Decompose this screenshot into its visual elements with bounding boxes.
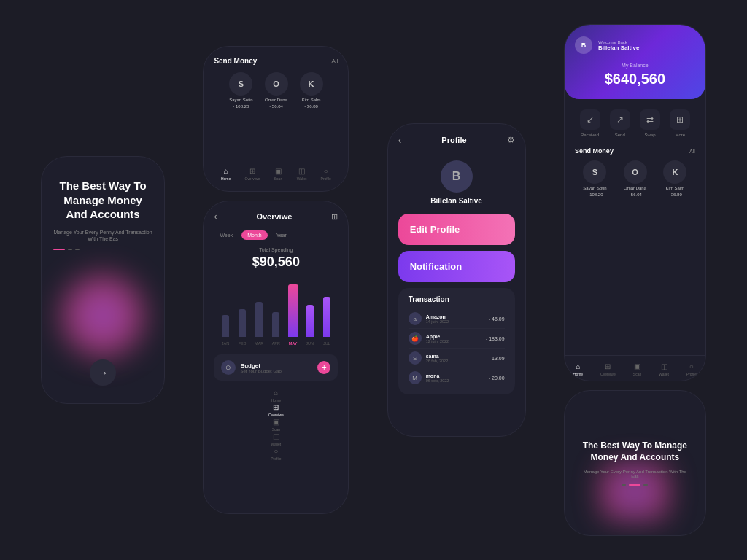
avatar-amount-s: - 108.20 [233, 104, 249, 109]
avatar-amount-o: - 56.04 [269, 104, 283, 109]
nav-scan-label: Scan [633, 372, 641, 376]
avatar-name: Kim Salm [666, 186, 685, 190]
action-received[interactable]: ↙ Received [580, 109, 600, 137]
phone-send-money: Send Money All S Sayan Sotin - 108.20 O … [203, 46, 349, 192]
budget-text-block: Budget Set Your Budget Gaol [240, 362, 282, 373]
filter-icon[interactable]: ⊞ [331, 212, 338, 222]
budget-plus-button[interactable]: + [317, 361, 330, 374]
period-year[interactable]: Year [271, 230, 293, 240]
txn-sama[interactable]: S sama 26 feb, 2022 - 13.09 [409, 349, 505, 368]
avatar: B [441, 160, 473, 192]
overview-title: Overviwe [256, 212, 292, 221]
avatar-k: K [663, 160, 686, 184]
avatar-item[interactable]: K Kim Salm - 36.80 [300, 72, 323, 109]
profile-topbar: ‹ Profile ⚙ [388, 124, 525, 152]
nav-home[interactable]: ⌂ Home [573, 362, 583, 376]
send-label: Send [615, 133, 625, 137]
txn-name: sama [426, 354, 449, 359]
avatar-name-k: Kim Salm [302, 98, 321, 102]
welcome-row: B Welcome Back Billelan Saltive [575, 36, 695, 54]
bar-apr [268, 312, 285, 337]
bottom-nav-overview: ⌂ Home ⊞ Overviwe ▣ Scan ◫ Wallet ○ Pr [214, 388, 338, 461]
nav-profile[interactable]: ○ Profile [686, 362, 697, 376]
nav-scan-label: Scan [274, 176, 282, 181]
bar [222, 315, 229, 337]
avatar-item[interactable]: O Omar Dana - 56.04 [265, 72, 288, 109]
dot-active [629, 484, 640, 486]
txn-left: a Amazon 14 juin, 2022 [409, 312, 449, 325]
txn-apple[interactable]: 🍎 Apple 12 juin, 2022 - 183.09 [409, 329, 505, 349]
txn-mona[interactable]: M mona 06 sep, 2022 - 20.00 [409, 368, 505, 387]
action-send[interactable]: ↗ Send [610, 109, 630, 137]
nav-home[interactable]: ⌂ Home [214, 388, 338, 402]
txn-info: Apple 12 juin, 2022 [426, 334, 449, 343]
nav-overview-label: Overviwe [244, 176, 260, 181]
bar-chart [214, 279, 338, 337]
period-month[interactable]: Month [241, 230, 267, 240]
intro2-subtitle: Manage Your Every Penny And Transaction … [579, 470, 691, 478]
avatar-item[interactable]: S Sayan Sotin - 108.20 [229, 72, 252, 109]
period-week[interactable]: Week [214, 230, 239, 240]
nav-overview[interactable]: ⊞ Overviwe [600, 362, 616, 376]
dash-username: Billelan Saltive [598, 44, 639, 51]
send-header: Send Money All [214, 57, 338, 65]
overview-icon: ⊞ [248, 166, 257, 175]
send-title: Send Money [214, 57, 257, 65]
notification-button[interactable]: Notification [398, 251, 515, 282]
action-swap[interactable]: ⇄ Swap [640, 109, 660, 137]
back-button[interactable]: ‹ [398, 134, 402, 146]
nav-scan[interactable]: ▣ Scan [633, 362, 642, 376]
avatar-amount: - 56.04 [628, 192, 642, 197]
dot-active [53, 249, 65, 250]
bar-feb [234, 309, 251, 337]
nav-profile[interactable]: ○ Profile [321, 166, 331, 181]
avatar-item-k[interactable]: K Kim Salm - 36.80 [663, 160, 686, 197]
welcome-text-block: Welcome Back Billelan Saltive [598, 40, 639, 51]
nav-wallet[interactable]: ◫ Wallet [297, 166, 307, 181]
swap-icon: ⇄ [640, 109, 660, 130]
budget-left: ⊙ Budget Set Your Budget Gaol [221, 360, 282, 375]
arrow-button[interactable]: → [90, 359, 116, 386]
dash-actions: ↙ Received ↗ Send ⇄ Swap ⊞ More [565, 109, 705, 137]
txn-info: sama 26 feb, 2022 [426, 354, 449, 363]
nav-scan[interactable]: ▣ Scan [274, 166, 282, 181]
txn-amazon[interactable]: a Amazon 14 juin, 2022 - 46.09 [409, 309, 505, 329]
phone-intro: The Best Way To Manage Money And Account… [41, 156, 165, 404]
action-more[interactable]: ⊞ More [670, 109, 690, 137]
budget-icon: ⊙ [221, 360, 236, 375]
intro-dots [53, 249, 152, 250]
budget-row[interactable]: ⊙ Budget Set Your Budget Gaol + [214, 354, 338, 381]
nav-profile[interactable]: ○ Profile [214, 446, 338, 461]
phone-overview: ‹ Overviwe ⊞ Week Month Year Total Spend… [203, 201, 349, 514]
nav-scan[interactable]: ▣ Scan [214, 417, 338, 432]
dash-send-avatars: S Sayan Sotin - 108.20 O Omar Dana - 56.… [575, 160, 695, 197]
back-icon[interactable]: ‹ [214, 211, 217, 222]
nav-wallet[interactable]: ◫ Wallet [214, 432, 338, 446]
transaction-section: Transaction a Amazon 14 juin, 2022 - 46.… [398, 288, 515, 394]
gear-icon[interactable]: ⚙ [507, 135, 515, 145]
edit-profile-button[interactable]: Edit Profile [398, 214, 515, 245]
dash-avatar: B [575, 36, 592, 54]
label-jun: JUN [301, 341, 318, 346]
txn-name: mona [426, 373, 449, 378]
txn-left: S sama 26 feb, 2022 [409, 351, 449, 365]
nav-home-label: Home [573, 372, 583, 376]
avatar-item-o[interactable]: O Omar Dana - 56.04 [624, 160, 647, 197]
home-icon: ⌂ [271, 388, 280, 397]
bar-jan [217, 315, 233, 337]
balance-label: My Balance [575, 63, 695, 68]
avatar-item-s[interactable]: S Sayan Sotin - 108.20 [583, 160, 606, 197]
txn-info: Amazon 14 juin, 2022 [426, 314, 449, 324]
nav-wallet[interactable]: ◫ Wallet [659, 362, 669, 376]
label-feb: FEB [234, 341, 251, 346]
profile-icon: ○ [322, 166, 330, 175]
nav-overview-label: Overviwe [600, 372, 616, 376]
nav-home[interactable]: ⌂ Home [221, 166, 231, 181]
phone-profile: ‹ Profile ⚙ B Billelan Saltive Edit Prof… [387, 123, 526, 437]
txn-amount: - 46.09 [489, 316, 505, 322]
nav-overview[interactable]: ⊞ Overviwe [244, 166, 260, 181]
label-mar: MAR [251, 341, 268, 346]
bar-may [285, 284, 301, 337]
txn-name: Amazon [426, 314, 449, 319]
nav-overview[interactable]: ⊞ Overviwe [214, 402, 338, 417]
